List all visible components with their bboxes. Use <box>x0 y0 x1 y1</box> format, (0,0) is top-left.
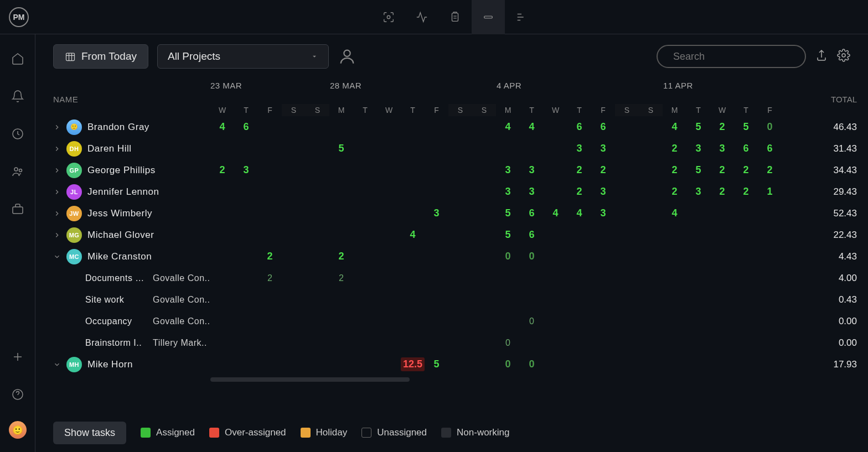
workload-cell[interactable]: 2 <box>734 164 758 176</box>
expand-chevron-icon[interactable] <box>53 253 61 261</box>
workload-cell[interactable]: 6 <box>758 143 782 154</box>
search-input[interactable] <box>673 51 802 63</box>
notifications-icon[interactable] <box>7 85 29 107</box>
workload-cell[interactable]: 3 <box>686 143 710 154</box>
workload-cell[interactable]: 2 <box>210 164 234 176</box>
team-icon[interactable] <box>7 160 29 183</box>
expand-chevron-icon[interactable] <box>53 123 61 131</box>
workload-cell[interactable]: 3 <box>591 186 615 198</box>
workload-cell[interactable]: 3 <box>567 143 591 154</box>
workload-cell[interactable]: 2 <box>663 164 686 176</box>
workload-cell[interactable]: 2 <box>663 143 686 154</box>
clipboard-icon[interactable] <box>438 0 472 34</box>
workload-cell[interactable]: 5 <box>686 164 710 176</box>
workload-cell[interactable]: 3 <box>234 164 258 176</box>
workload-cell[interactable]: 2 <box>734 186 758 198</box>
workload-cell[interactable]: 2 <box>710 186 734 198</box>
workload-cell[interactable]: 3 <box>496 164 520 176</box>
workload-cell[interactable]: 0 <box>520 251 544 262</box>
workload-cell[interactable]: 4 <box>401 229 425 241</box>
activity-icon[interactable] <box>405 0 438 34</box>
task-subrow[interactable]: Brainstorm I..Tillery Mark..00.00 <box>35 332 868 354</box>
workload-cell[interactable]: 6 <box>591 121 615 133</box>
expand-chevron-icon[interactable] <box>53 167 61 174</box>
workload-cell[interactable]: 3 <box>496 186 520 198</box>
gantt-icon[interactable] <box>505 0 538 34</box>
workload-cell[interactable]: 0 <box>758 121 782 133</box>
from-today-button[interactable]: From Today <box>53 44 148 69</box>
workload-cell[interactable]: 0 <box>496 359 520 370</box>
workload-cell[interactable]: 4 <box>544 207 567 219</box>
search-box[interactable] <box>657 45 806 68</box>
workload-cell[interactable]: 0 <box>496 338 520 348</box>
projects-select[interactable]: All Projects <box>157 44 329 69</box>
workload-cell[interactable]: 3 <box>710 143 734 154</box>
workload-cell[interactable]: 2 <box>329 273 353 283</box>
resource-row[interactable]: DHDaren Hill5332336631.43 <box>35 138 868 159</box>
workload-cell[interactable]: 5 <box>425 359 448 370</box>
workload-cell[interactable]: 6 <box>234 121 258 133</box>
user-avatar[interactable]: 🙂 <box>9 421 27 439</box>
workload-cell[interactable]: 1 <box>758 186 782 198</box>
expand-chevron-icon[interactable] <box>53 210 61 217</box>
workload-cell[interactable]: 3 <box>591 207 615 219</box>
workload-cell[interactable]: 5 <box>329 143 353 154</box>
expand-chevron-icon[interactable] <box>53 231 61 239</box>
workload-cell[interactable]: 2 <box>329 251 353 262</box>
horizontal-scrollbar[interactable] <box>210 377 410 382</box>
workload-cell[interactable]: 4 <box>210 121 234 133</box>
workload-cell[interactable]: 5 <box>686 121 710 133</box>
workload-cell[interactable]: 0 <box>520 316 544 326</box>
resource-row[interactable]: JWJess Wimberly356443452.43 <box>35 202 868 224</box>
workload-cell[interactable]: 2 <box>710 121 734 133</box>
home-icon[interactable] <box>7 48 29 70</box>
workload-cell[interactable]: 3 <box>591 143 615 154</box>
expand-chevron-icon[interactable] <box>53 145 61 153</box>
resource-row[interactable]: MCMike Cranston22004.43 <box>35 246 868 267</box>
share-icon[interactable] <box>815 49 828 64</box>
expand-chevron-icon[interactable] <box>53 361 61 368</box>
resource-row[interactable]: MGMichael Glover45622.43 <box>35 224 868 246</box>
task-subrow[interactable]: Site workGovalle Con..0.43 <box>35 289 868 310</box>
workload-cell[interactable]: 2 <box>258 251 282 262</box>
task-subrow[interactable]: Documents …Govalle Con..224.00 <box>35 267 868 289</box>
person-filter-icon[interactable] <box>338 47 356 66</box>
help-icon[interactable] <box>7 383 29 406</box>
workload-cell[interactable]: 2 <box>567 186 591 198</box>
workload-cell[interactable]: 6 <box>520 207 544 219</box>
workload-cell[interactable]: 2 <box>258 273 282 283</box>
resource-row[interactable]: GPGeorge Phillips2333222522234.43 <box>35 159 868 181</box>
workload-cell[interactable]: 3 <box>520 186 544 198</box>
workload-cell[interactable]: 4 <box>520 121 544 133</box>
resource-row[interactable]: 🙂Brandon Gray4644664525046.43 <box>35 116 868 138</box>
workload-cell[interactable]: 2 <box>758 164 782 176</box>
workload-cell[interactable]: 12.5 <box>401 357 425 371</box>
workload-cell[interactable]: 2 <box>567 164 591 176</box>
workload-cell[interactable]: 6 <box>734 143 758 154</box>
workload-cell[interactable]: 4 <box>567 207 591 219</box>
workload-cell[interactable]: 5 <box>496 229 520 241</box>
task-subrow[interactable]: OccupancyGovalle Con..00.00 <box>35 310 868 332</box>
resource-row[interactable]: MHMike Horn12.550017.93 <box>35 354 868 375</box>
workload-cell[interactable]: 2 <box>663 186 686 198</box>
add-icon[interactable] <box>7 346 29 368</box>
workload-cell[interactable]: 3 <box>425 207 448 219</box>
expand-chevron-icon[interactable] <box>53 188 61 196</box>
workload-cell[interactable]: 0 <box>520 359 544 370</box>
workload-cell[interactable]: 2 <box>591 164 615 176</box>
workload-cell[interactable]: 5 <box>734 121 758 133</box>
workload-cell[interactable]: 4 <box>663 207 686 219</box>
resource-row[interactable]: JLJennifer Lennon33232322129.43 <box>35 181 868 202</box>
workload-icon[interactable] <box>472 0 505 34</box>
workload-cell[interactable]: 4 <box>496 121 520 133</box>
workload-cell[interactable]: 6 <box>567 121 591 133</box>
workload-cell[interactable]: 4 <box>663 121 686 133</box>
workload-cell[interactable]: 2 <box>710 164 734 176</box>
workload-cell[interactable]: 3 <box>686 186 710 198</box>
workload-cell[interactable]: 6 <box>520 229 544 241</box>
settings-icon[interactable] <box>837 49 850 64</box>
briefcase-icon[interactable] <box>7 198 29 220</box>
workload-cell[interactable]: 5 <box>496 207 520 219</box>
workload-cell[interactable]: 3 <box>520 164 544 176</box>
recent-icon[interactable] <box>7 123 29 145</box>
